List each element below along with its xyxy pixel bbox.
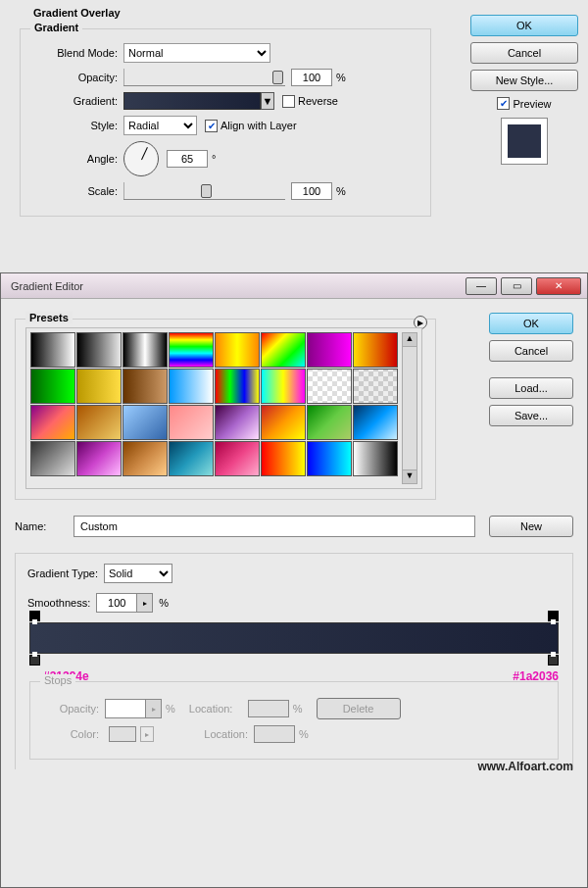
preset-swatch[interactable] [261, 369, 306, 404]
preset-swatch[interactable] [307, 369, 352, 404]
preset-swatch[interactable] [353, 369, 398, 404]
pct3: % [299, 728, 309, 740]
preset-swatch[interactable] [261, 405, 306, 440]
stop-location-input [248, 700, 289, 717]
preset-swatch[interactable] [261, 332, 306, 368]
preset-swatch[interactable] [215, 369, 260, 404]
preset-swatch[interactable] [169, 369, 214, 404]
preset-swatch[interactable] [122, 332, 168, 368]
new-style-button[interactable]: New Style... [470, 70, 578, 91]
new-button[interactable]: New [489, 516, 573, 537]
preset-swatch[interactable] [353, 441, 398, 476]
preset-swatch[interactable] [122, 441, 168, 476]
preset-swatch[interactable] [30, 405, 75, 440]
smoothness-label: Smoothness: [27, 597, 90, 609]
preset-swatch[interactable] [122, 405, 168, 440]
preset-swatch[interactable] [76, 369, 122, 404]
preset-swatch[interactable] [353, 405, 398, 440]
angle-label: Angle: [30, 153, 123, 165]
preset-swatch[interactable] [76, 441, 122, 476]
stops-title: Stops [40, 674, 75, 686]
scale-input[interactable] [291, 182, 332, 200]
opacity-stop-right[interactable] [548, 611, 559, 621]
scroll-down-icon[interactable]: ▼ [403, 469, 416, 483]
smoothness-input[interactable] [97, 594, 136, 612]
save-button[interactable]: Save... [489, 405, 573, 426]
color-dd-icon: ▸ [140, 726, 154, 742]
gradient-bar[interactable] [29, 622, 559, 654]
style-select[interactable]: Radial [123, 116, 197, 135]
opacity-stop-left[interactable] [29, 611, 40, 621]
preset-swatch[interactable] [215, 405, 260, 440]
scroll-up-icon[interactable]: ▲ [403, 333, 416, 347]
window-title: Gradient Editor [7, 280, 462, 292]
stop-color-swatch [109, 726, 136, 742]
name-input[interactable] [74, 516, 475, 537]
color-stop-right[interactable] [548, 655, 559, 666]
gradient-editor-window: Gradient Editor — ▭ ✕ Presets ▶ ▲ ▼ OK C… [0, 272, 588, 888]
reverse-checkbox[interactable] [282, 95, 295, 108]
angle-dial[interactable] [123, 141, 159, 176]
preset-swatch[interactable] [76, 405, 122, 440]
preset-swatch[interactable] [307, 332, 352, 368]
preset-swatch[interactable] [307, 405, 352, 440]
angle-input[interactable] [167, 150, 208, 168]
gradient-swatch[interactable] [123, 92, 261, 110]
maximize-icon[interactable]: ▭ [501, 277, 532, 295]
close-icon[interactable]: ✕ [536, 277, 581, 295]
presets-title: Presets [25, 312, 73, 323]
watermark: www.Alfoart.com [477, 760, 573, 773]
align-label: Align with Layer [220, 120, 297, 131]
opacity-label: Opacity: [30, 72, 123, 83]
stop-location-input-2 [254, 725, 295, 743]
percent-label-3: % [159, 597, 169, 609]
percent-label-2: % [336, 185, 346, 197]
reverse-label: Reverse [298, 95, 338, 107]
scale-slider[interactable] [123, 182, 285, 200]
preview-swatch [501, 118, 548, 165]
preset-swatch[interactable] [353, 332, 398, 368]
align-checkbox[interactable]: ✔ [205, 120, 218, 132]
preset-swatch[interactable] [30, 332, 75, 368]
presets-scrollbar[interactable]: ▲ ▼ [402, 332, 417, 484]
minimize-icon[interactable]: — [466, 277, 497, 295]
stop-location-label: Location: [189, 703, 248, 715]
preset-swatch[interactable] [30, 369, 75, 404]
pct: % [166, 703, 175, 715]
preview-checkbox[interactable]: ✔ [497, 97, 510, 110]
percent-label: % [336, 72, 346, 83]
style-label: Style: [30, 120, 123, 131]
preset-swatch[interactable] [169, 405, 214, 440]
delete-button: Delete [317, 698, 401, 719]
preset-swatch[interactable] [169, 332, 214, 368]
editor-ok-button[interactable]: OK [489, 313, 573, 334]
preset-swatch[interactable] [169, 441, 214, 476]
preset-swatch[interactable] [307, 441, 352, 476]
stop-opacity-input [106, 700, 145, 717]
scale-label: Scale: [30, 185, 123, 197]
opacity-slider[interactable] [123, 69, 285, 86]
preset-swatch[interactable] [261, 441, 306, 476]
ok-button[interactable]: OK [470, 15, 578, 36]
load-button[interactable]: Load... [489, 377, 573, 399]
gradient-dropdown-icon[interactable]: ▼ [261, 92, 274, 110]
preset-swatch[interactable] [122, 369, 168, 404]
hex-right: #1a2036 [513, 669, 559, 683]
stop-opacity-label: Opacity: [40, 703, 99, 715]
titlebar[interactable]: Gradient Editor — ▭ ✕ [1, 273, 587, 299]
preview-label: Preview [513, 98, 551, 110]
stepper-icon: ▸ [145, 700, 161, 717]
gradient-group-title: Gradient [30, 22, 82, 33]
color-stop-left[interactable] [29, 655, 40, 666]
gradient-label: Gradient: [30, 95, 123, 107]
cancel-button[interactable]: Cancel [470, 42, 578, 64]
preset-swatch[interactable] [215, 332, 260, 368]
editor-cancel-button[interactable]: Cancel [489, 340, 573, 362]
opacity-input[interactable] [291, 69, 332, 86]
preset-swatch[interactable] [76, 332, 122, 368]
blend-mode-select[interactable]: Normal [123, 43, 270, 63]
smoothness-stepper-icon[interactable]: ▸ [136, 594, 152, 612]
preset-swatch[interactable] [215, 441, 260, 476]
gradient-type-select[interactable]: Solid [104, 564, 172, 583]
preset-swatch[interactable] [30, 441, 75, 476]
